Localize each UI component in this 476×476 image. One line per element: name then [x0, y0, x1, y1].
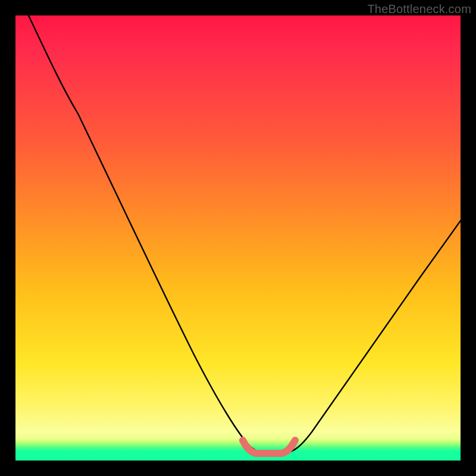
- bottleneck-curve: [15, 15, 461, 461]
- chart-frame: TheBottleneck.com: [0, 0, 476, 476]
- plot-area: [15, 15, 461, 461]
- watermark-text: TheBottleneck.com: [367, 2, 471, 16]
- valley-notch: [243, 440, 295, 453]
- curve-path: [29, 15, 461, 453]
